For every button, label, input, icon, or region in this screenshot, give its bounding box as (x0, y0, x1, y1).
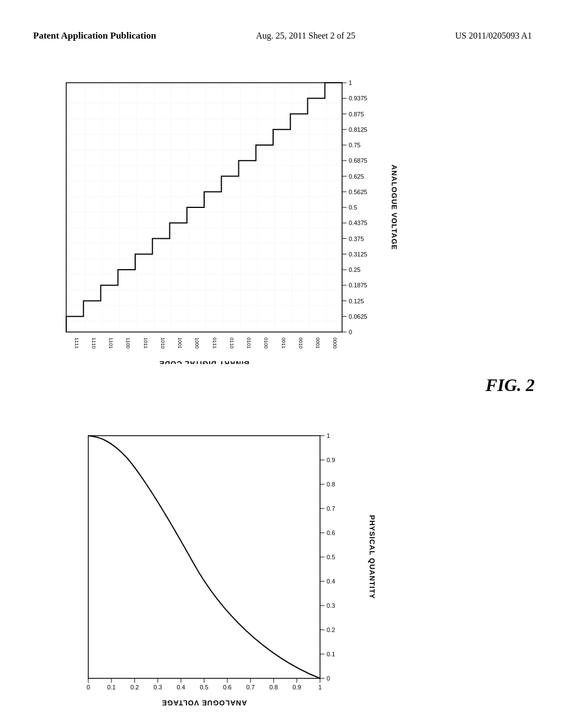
svg-text:0.9: 0.9 (292, 684, 301, 690)
bottom-chart-svg: 0 0.1 0.2 0.3 0.4 0.5 0.6 0.7 0.8 0.9 1 … (55, 425, 397, 706)
svg-text:0000: 0000 (332, 338, 338, 349)
svg-text:1011: 1011 (143, 338, 148, 349)
svg-text:1101: 1101 (108, 338, 114, 349)
svg-text:0.125: 0.125 (349, 298, 364, 304)
svg-text:0.625: 0.625 (349, 173, 364, 180)
svg-text:0.1: 0.1 (327, 651, 335, 657)
svg-text:0.5: 0.5 (327, 554, 335, 560)
svg-text:1100: 1100 (125, 338, 131, 349)
svg-text:1000: 1000 (194, 338, 200, 349)
svg-text:0.3125: 0.3125 (349, 251, 367, 258)
svg-text:0.875: 0.875 (349, 111, 364, 117)
top-chart: 0 0.0625 0.125 0.1875 0.25 0.3125 0.375 … (33, 72, 408, 364)
svg-text:0.3: 0.3 (153, 684, 162, 690)
svg-text:0011: 0011 (281, 338, 286, 349)
svg-text:1111: 1111 (74, 338, 79, 349)
svg-text:0.6: 0.6 (327, 529, 335, 536)
svg-text:0: 0 (349, 329, 352, 335)
svg-text:0.9: 0.9 (327, 457, 335, 463)
svg-rect-54 (88, 436, 320, 678)
svg-text:0.9375: 0.9375 (349, 95, 367, 101)
svg-text:0.4: 0.4 (327, 578, 335, 585)
svg-text:BINARY DIGITAL CODE: BINARY DIGITAL CODE (159, 360, 249, 364)
header-left: Patent Application Publication (33, 30, 156, 41)
svg-text:1: 1 (318, 684, 322, 690)
svg-text:0101: 0101 (246, 338, 252, 349)
svg-text:0.7: 0.7 (246, 684, 254, 690)
svg-text:0.1875: 0.1875 (349, 282, 367, 288)
svg-text:1001: 1001 (177, 338, 183, 349)
svg-text:0.7: 0.7 (327, 505, 335, 512)
svg-text:0111: 0111 (212, 338, 217, 349)
svg-text:1110: 1110 (91, 338, 97, 349)
svg-text:0.6: 0.6 (223, 684, 231, 690)
top-chart-svg: 0 0.0625 0.125 0.1875 0.25 0.3125 0.375 … (33, 72, 408, 364)
figure-label: FIG. 2 (486, 375, 535, 395)
svg-text:0.3: 0.3 (327, 602, 335, 609)
svg-text:0.4: 0.4 (177, 684, 185, 690)
svg-text:ANALOGUE VOLTAGE: ANALOGUE VOLTAGE (162, 699, 247, 706)
header-right: US 2011/0205093 A1 (455, 31, 532, 41)
page-header: Patent Application Publication Aug. 25, … (0, 30, 565, 41)
svg-text:0.5625: 0.5625 (349, 189, 367, 195)
svg-text:0110: 0110 (229, 338, 234, 349)
svg-text:0.375: 0.375 (349, 235, 364, 242)
svg-text:0.8: 0.8 (327, 481, 335, 488)
svg-text:ANALOGUE VOLTAGE: ANALOGUE VOLTAGE (390, 165, 398, 250)
svg-text:1: 1 (349, 79, 352, 86)
svg-text:0.5: 0.5 (200, 684, 208, 690)
svg-text:0.0625: 0.0625 (349, 313, 367, 320)
header-center: Aug. 25, 2011 Sheet 2 of 25 (256, 31, 355, 41)
svg-text:0.5: 0.5 (349, 204, 357, 211)
svg-text:0100: 0100 (263, 338, 269, 349)
svg-text:0.2: 0.2 (130, 684, 138, 690)
svg-text:0.8: 0.8 (269, 684, 278, 690)
svg-text:1: 1 (327, 432, 330, 439)
svg-text:0010: 0010 (298, 338, 303, 349)
svg-text:0.75: 0.75 (349, 142, 360, 148)
svg-text:0.2: 0.2 (327, 627, 335, 633)
svg-text:0.8125: 0.8125 (349, 126, 367, 133)
svg-text:1010: 1010 (160, 338, 166, 349)
svg-text:0: 0 (87, 684, 90, 690)
svg-text:0.1: 0.1 (107, 684, 115, 690)
svg-text:PHYSICAL QUANTITY: PHYSICAL QUANTITY (368, 515, 376, 599)
bottom-chart: 0 0.1 0.2 0.3 0.4 0.5 0.6 0.7 0.8 0.9 1 … (55, 425, 375, 695)
svg-text:0.4375: 0.4375 (349, 220, 367, 226)
svg-text:0001: 0001 (315, 338, 321, 349)
svg-text:0.6875: 0.6875 (349, 157, 367, 164)
svg-text:0.25: 0.25 (349, 266, 360, 273)
svg-text:0: 0 (327, 675, 330, 682)
